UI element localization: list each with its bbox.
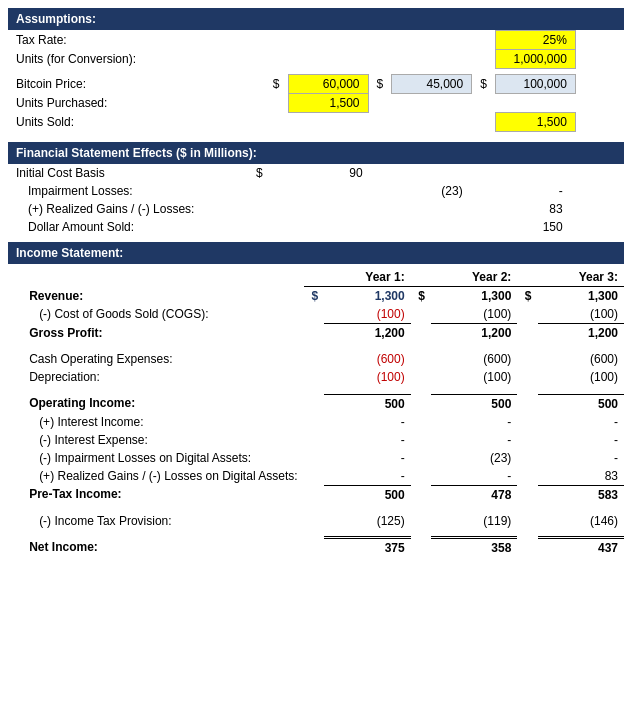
bp2-value: 45,000 — [392, 75, 472, 94]
impairment-digital-label: (-) Impairment Losses on Digital Assets: — [23, 449, 304, 467]
fin-col2-0 — [371, 164, 471, 182]
depreciation-y1: (100) — [324, 368, 410, 386]
fin-row-0: Initial Cost Basis $ 90 — [8, 164, 624, 182]
interest-expense-y2: - — [431, 431, 517, 449]
units-purchased-value[interactable]: 1,500 — [288, 94, 368, 113]
interest-income-y3: - — [538, 413, 625, 431]
net-income-y3: 437 — [538, 538, 625, 558]
tax-provision-y3: (146) — [538, 512, 625, 530]
fin-row-2: (+) Realized Gains / (-) Losses: 83 — [8, 200, 624, 218]
fin-col3-1: - — [471, 182, 571, 200]
interest-expense-label: (-) Interest Expense: — [23, 431, 304, 449]
spacer-4 — [8, 530, 624, 538]
bitcoin-price-label: Bitcoin Price: — [8, 75, 228, 94]
bp1-value[interactable]: 60,000 — [288, 75, 368, 94]
cogs-y3: (100) — [538, 305, 625, 324]
revenue-label: Revenue: — [23, 287, 304, 306]
year2-header: Year 2: — [411, 268, 518, 287]
pretax-income-y2: 478 — [431, 485, 517, 504]
revenue-dollar2: $ — [411, 287, 431, 306]
tax-rate-value[interactable]: 25% — [495, 31, 575, 50]
tax-provision-y1: (125) — [324, 512, 410, 530]
net-income-y1: 375 — [324, 538, 410, 558]
impairment-digital-y3: - — [538, 449, 625, 467]
bp1-dollar: $ — [228, 75, 288, 94]
interest-income-y2: - — [431, 413, 517, 431]
year-header-row: Year 1: Year 2: Year 3: — [8, 268, 624, 287]
units-sold-value[interactable]: 1,500 — [495, 113, 575, 132]
cash-opex-row: Cash Operating Expenses: (600) (600) (60… — [8, 350, 624, 368]
fin-col2-3 — [371, 218, 471, 236]
pretax-income-y1: 500 — [324, 485, 410, 504]
cash-opex-label: Cash Operating Expenses: — [23, 350, 304, 368]
gross-profit-y1: 1,200 — [324, 324, 410, 343]
operating-income-y1: 500 — [324, 394, 410, 413]
bitcoin-price-row: Bitcoin Price: $ 60,000 $ 45,000 $ 100,0… — [8, 75, 624, 94]
depreciation-y3: (100) — [538, 368, 625, 386]
assumptions-header: Assumptions: — [8, 8, 624, 30]
interest-expense-y3: - — [538, 431, 625, 449]
tax-provision-y2: (119) — [431, 512, 517, 530]
operating-income-y3: 500 — [538, 394, 625, 413]
gross-profit-y3: 1,200 — [538, 324, 625, 343]
gross-profit-row: Gross Profit: 1,200 1,200 1,200 — [8, 324, 624, 343]
operating-income-row: Operating Income: 500 500 500 — [8, 394, 624, 413]
pretax-income-label: Pre-Tax Income: — [23, 485, 304, 504]
tax-rate-row: Tax Rate: 25% — [8, 31, 624, 50]
cash-opex-y2: (600) — [431, 350, 517, 368]
fin-col1-1 — [271, 182, 371, 200]
units-sold-row: Units Sold: 1,500 — [8, 113, 624, 132]
interest-expense-row: (-) Interest Expense: - - - — [8, 431, 624, 449]
gross-profit-label: Gross Profit: — [23, 324, 304, 343]
fin-label-0: Initial Cost Basis — [8, 164, 248, 182]
cash-opex-y3: (600) — [538, 350, 625, 368]
fin-col1-2 — [271, 200, 371, 218]
fin-col3-3: 150 — [471, 218, 571, 236]
financial-header: Financial Statement Effects ($ in Millio… — [8, 142, 624, 164]
cash-opex-y1: (600) — [324, 350, 410, 368]
impairment-digital-y2: (23) — [431, 449, 517, 467]
bp3-value: 100,000 — [495, 75, 575, 94]
impairment-digital-y1: - — [324, 449, 410, 467]
net-income-y2: 358 — [431, 538, 517, 558]
interest-income-y1: - — [324, 413, 410, 431]
units-value[interactable]: 1,000,000 — [495, 50, 575, 69]
bp2-dollar: $ — [368, 75, 392, 94]
year1-header: Year 1: — [304, 268, 411, 287]
depreciation-y2: (100) — [431, 368, 517, 386]
cogs-y2: (100) — [431, 305, 517, 324]
fin-label-2: (+) Realized Gains / (-) Losses: — [8, 200, 248, 218]
units-sold-label: Units Sold: — [8, 113, 228, 132]
realized-gains-digital-row: (+) Realized Gains / (-) Losses on Digit… — [8, 467, 624, 486]
pretax-income-row: Pre-Tax Income: 500 478 583 — [8, 485, 624, 504]
spacer-1 — [8, 342, 624, 350]
realized-gains-digital-y1: - — [324, 467, 410, 486]
revenue-y3: 1,300 — [538, 287, 625, 306]
units-label: Units (for Conversion): — [8, 50, 228, 69]
fin-label-1: Impairment Losses: — [8, 182, 248, 200]
impairment-digital-row: (-) Impairment Losses on Digital Assets:… — [8, 449, 624, 467]
revenue-y1: 1,300 — [324, 287, 410, 306]
year3-header: Year 3: — [517, 268, 624, 287]
depreciation-row: Depreciation: (100) (100) (100) — [8, 368, 624, 386]
fin-row-3: Dollar Amount Sold: 150 — [8, 218, 624, 236]
assumptions-table: Tax Rate: 25% Units (for Conversion): 1,… — [8, 30, 624, 132]
operating-income-label: Operating Income: — [23, 394, 304, 413]
cogs-row: (-) Cost of Goods Sold (COGS): (100) (10… — [8, 305, 624, 324]
realized-gains-digital-label: (+) Realized Gains / (-) Losses on Digit… — [23, 467, 304, 486]
fin-row-1: Impairment Losses: (23) - — [8, 182, 624, 200]
units-purchased-label: Units Purchased: — [8, 94, 228, 113]
operating-income-y2: 500 — [431, 394, 517, 413]
fin-col1-0: 90 — [271, 164, 371, 182]
gross-profit-y2: 1,200 — [431, 324, 517, 343]
income-header: Income Statement: — [8, 242, 624, 264]
cogs-y1: (100) — [324, 305, 410, 324]
cogs-label: (-) Cost of Goods Sold (COGS): — [23, 305, 304, 324]
net-income-row: Net Income: 375 358 437 — [8, 538, 624, 558]
income-table: Year 1: Year 2: Year 3: Revenue: $ 1,300… — [8, 268, 624, 557]
tax-provision-label: (-) Income Tax Provision: — [23, 512, 304, 530]
units-row: Units (for Conversion): 1,000,000 — [8, 50, 624, 69]
revenue-dollar1: $ — [304, 287, 324, 306]
revenue-y2: 1,300 — [431, 287, 517, 306]
fin-dollar-0: $ — [248, 164, 271, 182]
